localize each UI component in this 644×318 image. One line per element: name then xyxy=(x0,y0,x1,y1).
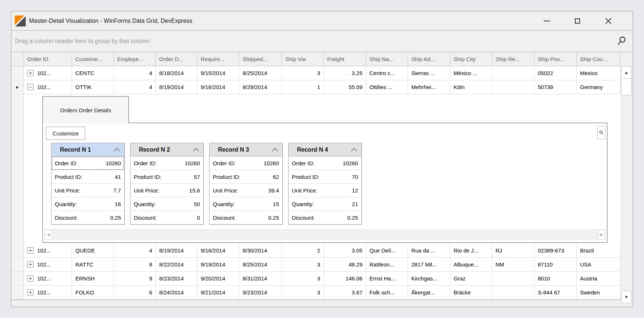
cell-bottom-2-0[interactable]: 102... xyxy=(24,272,72,286)
cell-bottom-3-9[interactable]: Åkergat... xyxy=(408,286,450,300)
column-header-freight[interactable]: Freight xyxy=(324,52,366,66)
close-button[interactable] xyxy=(593,11,624,30)
cell-bottom-1-0[interactable]: 102... xyxy=(24,258,72,272)
cell-top-0-8[interactable]: Centro c... xyxy=(366,66,408,80)
cell-bottom-2-12[interactable]: 8010 xyxy=(534,272,577,286)
cell-bottom-3-1[interactable]: FOLKO xyxy=(72,286,114,300)
column-header-ship-city[interactable]: Ship City xyxy=(450,52,492,66)
cell-bottom-0-2[interactable]: 4 xyxy=(114,244,156,258)
cell-bottom-0-8[interactable]: Que Delí... xyxy=(366,244,408,258)
cell-bottom-1-7[interactable]: 48.29 xyxy=(324,258,366,272)
cell-bottom-2-1[interactable]: ERNSH xyxy=(72,272,114,286)
detail-tab-orders-order-details[interactable]: Orders Order Details xyxy=(42,96,129,123)
cell-bottom-2-13[interactable]: Austria xyxy=(577,272,620,286)
cell-top-0-2[interactable]: 4 xyxy=(114,66,156,80)
cell-bottom-1-10[interactable]: Albuque... xyxy=(450,258,492,272)
cell-bottom-1-12[interactable]: 87110 xyxy=(534,258,577,272)
cell-bottom-0-5[interactable]: 8/30/2014 xyxy=(239,244,282,258)
cell-bottom-0-12[interactable]: 02389-673 xyxy=(534,244,577,258)
cell-bottom-3-12[interactable]: S-844 67 xyxy=(534,286,577,300)
cell-bottom-2-3[interactable]: 8/23/2014 xyxy=(156,272,197,286)
cell-top-0-7[interactable]: 3.25 xyxy=(324,66,366,80)
maximize-button[interactable] xyxy=(562,11,593,30)
cell-top-0-4[interactable]: 9/15/2014 xyxy=(197,66,239,80)
cell-top-0-6[interactable]: 3 xyxy=(282,66,324,80)
detail-search-button[interactable] xyxy=(597,126,605,139)
cell-top-1-9[interactable]: Mehrhei... xyxy=(408,80,450,94)
cell-bottom-3-6[interactable]: 3 xyxy=(282,286,324,300)
cell-bottom-2-10[interactable]: Graz xyxy=(450,272,492,286)
cell-bottom-0-10[interactable]: Rio de J... xyxy=(450,244,492,258)
customize-button[interactable]: Customize xyxy=(46,127,85,140)
cell-bottom-3-5[interactable]: 9/23/2014 xyxy=(239,286,282,300)
cell-top-1-8[interactable]: Ottilies ... xyxy=(366,80,408,94)
column-header-ship-cou-[interactable]: Ship Cou... xyxy=(577,52,620,66)
expand-plus-icon[interactable] xyxy=(27,247,33,254)
cell-top-1-10[interactable]: Köln xyxy=(450,80,492,94)
cell-bottom-1-13[interactable]: USA xyxy=(577,258,620,272)
cell-bottom-1-11[interactable]: NM xyxy=(492,258,534,272)
cell-bottom-0-9[interactable]: Rua da ... xyxy=(408,244,450,258)
cell-top-1-5[interactable]: 8/29/2014 xyxy=(239,80,282,94)
field-row[interactable]: Product ID:41 xyxy=(51,170,124,184)
field-row[interactable]: Discount:0.25 xyxy=(51,211,124,224)
cell-bottom-0-3[interactable]: 8/19/2014 xyxy=(156,244,197,258)
field-row[interactable]: Quantity:50 xyxy=(130,197,203,211)
scroll-right-button[interactable]: ▶ xyxy=(598,229,605,240)
cell-bottom-2-4[interactable]: 9/20/2014 xyxy=(197,272,239,286)
column-header-ship-via[interactable]: Ship Via xyxy=(282,52,324,66)
search-icon[interactable] xyxy=(616,36,627,47)
cell-top-0-3[interactable]: 8/18/2014 xyxy=(156,66,197,80)
expand-plus-icon[interactable] xyxy=(27,275,33,282)
cell-top-0-12[interactable]: 05022 xyxy=(534,66,577,80)
minimize-button[interactable] xyxy=(531,11,562,30)
cell-bottom-1-2[interactable]: 8 xyxy=(114,258,156,272)
cell-bottom-3-7[interactable]: 3.67 xyxy=(324,286,366,300)
cell-bottom-1-4[interactable]: 9/19/2014 xyxy=(197,258,239,272)
cell-bottom-1-6[interactable]: 3 xyxy=(282,258,324,272)
cell-bottom-3-3[interactable]: 8/24/2014 xyxy=(156,286,197,300)
cell-top-0-10[interactable]: México ... xyxy=(450,66,492,80)
cell-bottom-3-11[interactable] xyxy=(492,286,534,300)
column-header-ship-na-[interactable]: Ship Na... xyxy=(366,52,408,66)
cell-top-1-3[interactable]: 8/19/2014 xyxy=(156,80,197,94)
cell-bottom-0-1[interactable]: QUEDE xyxy=(72,244,114,258)
cell-top-1-11[interactable] xyxy=(492,80,534,94)
cell-bottom-2-9[interactable]: Kirchgas... xyxy=(408,272,450,286)
scroll-left-button[interactable]: ◀ xyxy=(45,229,52,240)
cell-top-1-6[interactable]: 1 xyxy=(282,80,324,94)
cell-top-0-1[interactable]: CENTC xyxy=(72,66,114,80)
v-scroll-track[interactable] xyxy=(621,95,632,291)
scroll-down-button[interactable]: ▼ xyxy=(621,291,632,303)
field-row[interactable]: Order ID:10260 xyxy=(289,156,361,170)
cell-top-0-13[interactable]: Mexico xyxy=(577,66,620,80)
card-header[interactable]: Record N 3 xyxy=(210,143,282,156)
cell-bottom-0-7[interactable]: 3.05 xyxy=(324,244,366,258)
field-row[interactable]: Quantity:21 xyxy=(289,197,361,211)
cell-top-0-5[interactable]: 8/25/2014 xyxy=(239,66,282,80)
cell-bottom-2-11[interactable] xyxy=(492,272,534,286)
cell-bottom-3-13[interactable]: Sweden xyxy=(577,286,620,300)
field-row[interactable]: Unit Price:12 xyxy=(289,184,361,197)
collapse-chevron-icon[interactable] xyxy=(114,148,120,154)
cell-top-1-4[interactable]: 9/16/2014 xyxy=(197,80,239,94)
field-row[interactable]: Product ID:62 xyxy=(210,170,282,184)
cell-bottom-0-6[interactable]: 2 xyxy=(282,244,324,258)
cell-top-0-0[interactable]: 102... xyxy=(24,66,72,80)
cell-bottom-2-8[interactable]: Ernst Ha... xyxy=(366,272,408,286)
cell-top-1-7[interactable]: 55.09 xyxy=(324,80,366,94)
cell-top-1-1[interactable]: OTTIK xyxy=(72,80,114,94)
cell-top-1-13[interactable]: Germany xyxy=(577,80,620,94)
cell-bottom-0-0[interactable]: 102... xyxy=(24,244,72,258)
cell-bottom-0-11[interactable]: RJ xyxy=(492,244,534,258)
card-header[interactable]: Record N 4 xyxy=(289,143,361,156)
field-row[interactable]: Unit Price:7.7 xyxy=(51,184,124,197)
column-header-order-d-[interactable]: Order D... xyxy=(156,52,197,66)
cell-bottom-2-2[interactable]: 9 xyxy=(114,272,156,286)
field-row[interactable]: Order ID:10260 xyxy=(51,156,124,170)
collapse-chevron-icon[interactable] xyxy=(193,148,199,154)
cell-bottom-3-2[interactable]: 6 xyxy=(114,286,156,300)
column-header-ship-re-[interactable]: Ship Re... xyxy=(492,52,534,66)
detail-h-scrollbar[interactable]: ◀▶ xyxy=(44,229,605,240)
cell-top-0-9[interactable]: Sierras ... xyxy=(408,66,450,80)
